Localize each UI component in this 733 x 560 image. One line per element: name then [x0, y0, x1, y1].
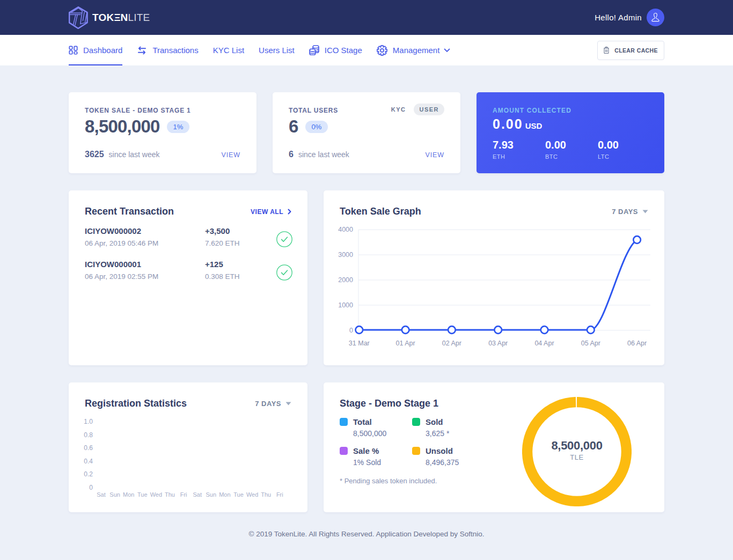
svg-text:05 Apr: 05 Apr: [581, 340, 600, 347]
svg-text:0.2: 0.2: [84, 470, 93, 478]
svg-text:31 Mar: 31 Mar: [349, 340, 370, 347]
svg-text:Thu: Thu: [261, 491, 271, 498]
svg-text:Sun: Sun: [109, 491, 120, 498]
svg-text:Sun: Sun: [206, 491, 217, 498]
svg-text:Tue: Tue: [137, 491, 148, 498]
svg-text:Wed: Wed: [150, 491, 162, 498]
svg-text:1000: 1000: [338, 301, 353, 309]
svg-text:Tue: Tue: [233, 491, 244, 498]
svg-text:Sat: Sat: [193, 491, 202, 498]
svg-text:0.8: 0.8: [84, 431, 93, 439]
svg-text:Mon: Mon: [219, 491, 230, 498]
svg-text:Thu: Thu: [165, 491, 175, 498]
svg-text:04 Apr: 04 Apr: [534, 340, 554, 347]
svg-text:Sat: Sat: [97, 491, 106, 498]
svg-text:Mon: Mon: [123, 491, 134, 498]
svg-text:1.0: 1.0: [84, 418, 93, 425]
svg-text:4000: 4000: [338, 226, 353, 233]
svg-text:Wed: Wed: [246, 491, 258, 498]
svg-text:02 Apr: 02 Apr: [442, 340, 461, 347]
svg-text:03 Apr: 03 Apr: [488, 340, 508, 347]
svg-text:0: 0: [89, 484, 93, 491]
svg-text:0: 0: [349, 327, 353, 334]
svg-text:3000: 3000: [338, 251, 353, 259]
svg-text:0.4: 0.4: [84, 458, 93, 465]
svg-text:Fri: Fri: [276, 491, 283, 498]
svg-text:0.6: 0.6: [84, 444, 93, 452]
svg-text:Fri: Fri: [180, 491, 187, 498]
svg-text:06 Apr: 06 Apr: [627, 340, 647, 347]
svg-text:2000: 2000: [338, 276, 353, 284]
svg-text:01 Apr: 01 Apr: [396, 340, 415, 347]
